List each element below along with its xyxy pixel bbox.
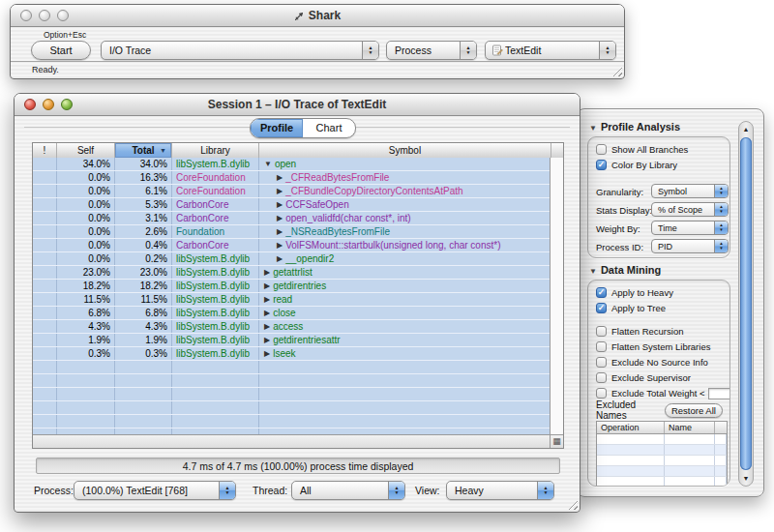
excluded-table-row[interactable] — [597, 434, 727, 445]
table-row[interactable]: 34.0%34.0%libSystem.B.dylib▼open — [33, 158, 552, 171]
checkbox-unchecked[interactable] — [596, 144, 607, 155]
process-popup[interactable]: TextEdit ▲▼ — [485, 41, 616, 60]
column-header-name[interactable]: Name — [665, 422, 715, 433]
table-row-empty[interactable] — [33, 361, 552, 374]
table-row-empty[interactable] — [33, 388, 552, 401]
checkbox-unchecked[interactable] — [596, 357, 607, 368]
checkbox-label: Exclude No Source Info — [611, 357, 708, 368]
table-horizontal-scrollbar[interactable]: ▦ — [33, 434, 563, 448]
table-row[interactable]: 4.3%4.3%libSystem.B.dylib▶access — [33, 320, 552, 334]
column-header-self[interactable]: Self — [57, 143, 115, 158]
checkbox-unchecked[interactable] — [596, 326, 607, 337]
granularity-popup[interactable]: Symbol▲▼ — [651, 184, 729, 198]
disclosure-collapsed-icon[interactable]: ▶ — [264, 349, 270, 358]
table-row-empty[interactable] — [33, 374, 552, 388]
drawer-scrollbar[interactable]: ▲ ▼ — [738, 121, 754, 487]
checkbox-unchecked[interactable] — [596, 341, 607, 352]
disclosure-collapsed-icon[interactable]: ▶ — [277, 200, 283, 209]
view-selector-popup[interactable]: Heavy ▲▼ — [446, 481, 554, 500]
table-row[interactable]: 0.0%6.1%CoreFoundation▶_CFBundleCopyDire… — [33, 185, 552, 198]
start-button[interactable]: Start — [31, 41, 91, 60]
disclosure-collapsed-icon[interactable]: ▶ — [277, 241, 283, 250]
disclosure-collapsed-icon[interactable]: ▶ — [277, 173, 283, 182]
disclosure-collapsed-icon[interactable]: ▶ — [264, 268, 270, 277]
scrollbar-thumb[interactable] — [740, 137, 752, 470]
session-titlebar[interactable]: Session 1 – I/O Trace of TextEdit — [15, 94, 580, 116]
disclosure-collapsed-icon[interactable]: ▶ — [277, 187, 283, 195]
table-row[interactable]: 0.3%0.3%libSystem.B.dylib▶lseek — [33, 347, 552, 361]
column-options-icon[interactable]: ▦ — [550, 435, 563, 448]
alert-cell — [33, 252, 57, 265]
table-row[interactable]: 0.0%0.4%CarbonCore▶VolFSMount::startbulk… — [33, 239, 552, 252]
disclosure-collapsed-icon[interactable]: ▶ — [277, 214, 283, 222]
checkbox-checked[interactable]: ✓ — [596, 287, 607, 298]
tab-profile[interactable]: Profile — [251, 119, 303, 137]
process-popup-value: TextEdit — [505, 44, 599, 56]
checkbox-checked[interactable]: ✓ — [596, 160, 607, 170]
total-cell: 18.2% — [115, 280, 172, 292]
column-header-total[interactable]: Total▼ — [115, 143, 172, 158]
checkbox-unchecked[interactable] — [596, 388, 607, 399]
target-popup[interactable]: Process ▲▼ — [386, 41, 477, 60]
self-cell: 6.8% — [57, 307, 115, 319]
library-cell: CarbonCore — [172, 239, 259, 251]
alert-cell — [33, 225, 57, 238]
column-header-symbol[interactable]: Symbol — [259, 143, 551, 158]
column-header-alert[interactable]: ! — [33, 143, 57, 158]
checkbox-row: Exclude Supervisor — [596, 371, 729, 384]
disclosure-collapsed-icon[interactable]: ▶ — [264, 322, 270, 331]
tab-chart[interactable]: Chart — [303, 119, 355, 137]
disclosure-collapsed-icon[interactable]: ▶ — [277, 254, 283, 263]
disclosure-collapsed-icon[interactable]: ▶ — [264, 336, 270, 344]
disclosure-collapsed-icon[interactable]: ▶ — [277, 227, 283, 236]
disclosure-collapsed-icon[interactable]: ▶ — [264, 309, 270, 317]
checkbox-row: ✓Color By Library — [596, 159, 729, 171]
table-row-empty[interactable] — [33, 415, 552, 429]
checkbox-checked[interactable]: ✓ — [596, 303, 607, 313]
process-id-popup[interactable]: PID▲▼ — [651, 239, 729, 253]
view-selector-value: Heavy — [447, 485, 537, 496]
table-row[interactable]: 0.0%0.2%libSystem.B.dylib▶__opendir2 — [33, 252, 552, 266]
disclosure-collapsed-icon[interactable]: ▶ — [264, 295, 270, 304]
table-row[interactable]: 0.0%5.3%CarbonCore▶CCFSafeOpen — [33, 198, 552, 212]
disclosure-collapsed-icon[interactable]: ▶ — [264, 281, 270, 290]
symbol-cell: ▶getdirentries — [259, 280, 552, 292]
checkbox-unchecked[interactable] — [596, 372, 607, 383]
excluded-table-row[interactable] — [597, 477, 727, 487]
table-row[interactable]: 18.2%18.2%libSystem.B.dylib▶getdirentrie… — [33, 280, 552, 293]
popup-stepper-icon: ▲▼ — [714, 185, 728, 197]
table-row-empty[interactable] — [33, 401, 552, 415]
table-vertical-scrollbar[interactable] — [550, 158, 563, 435]
table-row[interactable]: 0.0%16.3%CoreFoundation▶_CFReadBytesFrom… — [33, 171, 552, 185]
exclude-weight-input[interactable] — [708, 388, 730, 399]
excluded-table-row[interactable] — [597, 456, 727, 466]
disclosure-expanded-icon[interactable]: ▼ — [264, 160, 272, 168]
excluded-table-row[interactable] — [597, 445, 727, 456]
shark-titlebar[interactable]: Shark — [11, 5, 624, 27]
table-row[interactable]: 1.9%1.9%libSystem.B.dylib▶getdirentriesa… — [33, 334, 552, 347]
column-header-operation[interactable]: Operation — [597, 422, 665, 433]
scroll-up-arrow-icon[interactable]: ▲ — [739, 123, 753, 135]
table-row[interactable]: 0.0%2.6%Foundation▶_NSReadBytesFromFile — [33, 225, 552, 239]
thread-selector-popup[interactable]: All ▲▼ — [291, 481, 405, 500]
popup-label: Weight By: — [596, 223, 640, 234]
excluded-table-row[interactable] — [597, 466, 727, 477]
popup-row: Granularity:Symbol▲▼ — [596, 183, 729, 201]
down-arrow-icon: ▼ — [719, 247, 723, 251]
restore-all-button[interactable]: Restore All — [665, 403, 723, 418]
resize-grip[interactable] — [566, 498, 578, 510]
alert-cell — [33, 185, 57, 197]
table-row[interactable]: 6.8%6.8%libSystem.B.dylib▶close — [33, 307, 552, 320]
section-disclosure-icon[interactable]: ▼ — [589, 124, 597, 133]
column-header-library[interactable]: Library — [172, 143, 259, 158]
process-selector-popup[interactable]: (100.0%) TextEdit [768] ▲▼ — [74, 481, 236, 500]
symbol-name: getdirentriesattr — [273, 335, 340, 345]
section-disclosure-icon[interactable]: ▼ — [589, 267, 597, 276]
stats-display-popup[interactable]: % of Scope▲▼ — [651, 202, 729, 217]
table-row[interactable]: 23.0%23.0%libSystem.B.dylib▶getattrlist — [33, 266, 552, 280]
table-row[interactable]: 11.5%11.5%libSystem.B.dylib▶read — [33, 293, 552, 307]
scroll-down-arrow-icon[interactable]: ▼ — [739, 472, 753, 485]
weight-by-popup[interactable]: Time▲▼ — [651, 221, 729, 235]
config-popup[interactable]: I/O Trace ▲▼ — [101, 41, 379, 60]
table-row[interactable]: 0.0%3.1%CarbonCore▶open_validfd(char con… — [33, 212, 552, 225]
